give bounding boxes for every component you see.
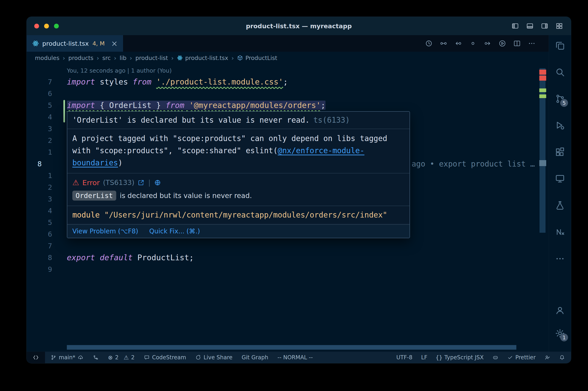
activity-more[interactable] (555, 253, 565, 264)
error-icon: ⚠ (72, 178, 79, 187)
tab-bar: product-list.tsx 4, M × (27, 35, 549, 52)
layout-grid-button[interactable] (555, 22, 563, 30)
breadcrumb-item[interactable]: lib (120, 55, 127, 61)
status-language[interactable]: {}TypeScript JSX (436, 354, 484, 361)
activity-extensions[interactable] (555, 147, 565, 157)
more-button[interactable] (528, 39, 536, 48)
tab-dirty-badge: 4, M (92, 40, 104, 47)
titlebar-actions (511, 17, 563, 35)
code-line-content (52, 182, 67, 193)
code-line[interactable]: 5import { OrderList } from '@myreactapp/… (27, 99, 549, 111)
compare-changes-button[interactable] (439, 39, 448, 48)
line-number: 2 (27, 135, 52, 146)
module-path: "/Users/juri/nrwl/content/myreactapp/mod… (104, 210, 387, 219)
run-button[interactable] (498, 39, 506, 48)
line-number: 1 (27, 170, 52, 182)
breadcrumb: modules›products›src›lib›product-list›pr… (27, 52, 549, 64)
activity-explorer[interactable] (555, 40, 565, 51)
panel-bottom-button[interactable] (526, 22, 534, 30)
code-line-content (52, 228, 67, 240)
activity-search[interactable] (555, 67, 565, 77)
diagnostic-message: 'OrderList' is declared but its value is… (72, 115, 310, 124)
close-icon[interactable]: × (111, 39, 118, 47)
panel-left-button[interactable] (511, 22, 519, 30)
breadcrumb-item[interactable]: modules (35, 55, 60, 61)
status-notifications[interactable] (559, 355, 565, 360)
line-number: 8 (27, 158, 52, 170)
code-line[interactable]: 6 (27, 88, 549, 99)
quick-fix-action[interactable]: Quick Fix... (⌘.) (149, 227, 200, 235)
line-number: 8 (27, 252, 52, 264)
chevron-right-icon: › (114, 54, 116, 62)
status-prettier[interactable]: Prettier (507, 354, 536, 361)
activity-nx-console[interactable] (555, 227, 565, 237)
status-copilot[interactable] (493, 355, 499, 360)
cloud-upload-icon (78, 355, 84, 360)
status-remote[interactable] (27, 352, 45, 363)
git-codelens[interactable]: You, 12 seconds ago | 1 author (You) (67, 64, 549, 76)
minimize-window-button[interactable] (44, 24, 49, 28)
open-external-icon[interactable] (138, 179, 145, 186)
code-line-content (52, 193, 67, 205)
line-number: 2 (27, 182, 52, 193)
tab-product-list[interactable]: product-list.tsx 4, M × (27, 35, 123, 52)
timeline-button[interactable] (425, 39, 433, 48)
activity-settings[interactable]: 1 (555, 328, 565, 339)
line-number: 3 (27, 193, 52, 205)
status-git-branch[interactable]: main* (51, 354, 84, 361)
chevron-right-icon: › (232, 54, 234, 62)
error-code: (TS6133) (103, 179, 134, 187)
status-encoding[interactable]: UTF-8 (396, 354, 412, 361)
code-line-content (52, 135, 67, 146)
open-change-button[interactable] (469, 39, 477, 48)
react-icon (32, 40, 39, 47)
split-editor-button[interactable] (513, 39, 521, 48)
panel-right-button[interactable] (541, 22, 549, 30)
status-live-share[interactable]: Live Share (195, 354, 233, 361)
code-line[interactable]: 7import styles from './product-list.modu… (27, 76, 549, 88)
vertical-scrollbar[interactable] (540, 68, 546, 233)
breadcrumb-item[interactable]: ProductList (237, 55, 277, 61)
close-window-button[interactable] (34, 24, 39, 28)
status-eol[interactable]: LF (421, 354, 427, 361)
breadcrumb-item[interactable]: src (102, 55, 111, 61)
status-compare-branch[interactable] (93, 355, 99, 360)
branch-icon (51, 355, 57, 360)
activity-run-debug[interactable] (555, 120, 565, 131)
bell-icon (559, 355, 565, 360)
code-line-content (52, 146, 67, 158)
status-feedback[interactable] (544, 355, 550, 360)
status-git-graph[interactable]: Git Graph (242, 354, 268, 361)
code-line-content (52, 158, 67, 170)
status-codestream[interactable]: CodeStream (144, 354, 186, 361)
zoom-window-button[interactable] (54, 24, 59, 28)
breadcrumb-item[interactable]: products (69, 55, 93, 61)
editor[interactable]: You, 12 seconds ago | 1 author (You) 7im… (27, 64, 549, 352)
status-problems[interactable]: ⊗2⚠2 (108, 354, 135, 361)
view-problem-action[interactable]: View Problem (⌥F8) (72, 227, 138, 235)
breadcrumb-item[interactable]: product-list.tsx (177, 55, 228, 61)
prev-change-button[interactable] (454, 39, 462, 48)
tab-label: product-list.tsx (42, 40, 89, 47)
window-controls (34, 17, 59, 35)
code-line-content (52, 205, 67, 217)
code-line[interactable]: 9 (27, 264, 549, 275)
activity-account[interactable] (555, 305, 565, 316)
gutter-change-indicator (63, 100, 65, 122)
inline-git-blame: ago • export product list … (412, 158, 535, 170)
react-icon (177, 55, 183, 61)
horizontal-scrollbar[interactable] (67, 345, 516, 350)
line-number: 3 (27, 123, 52, 135)
activity-testing[interactable] (555, 200, 565, 211)
diagnostic-code: ts(6133) (313, 115, 350, 124)
globe-icon[interactable] (154, 179, 161, 186)
activity-remote-explorer[interactable] (555, 174, 565, 184)
status-vim-mode[interactable]: -- NORMAL -- (277, 354, 313, 361)
code-line-content (52, 240, 67, 252)
next-change-button[interactable] (484, 39, 492, 48)
code-line[interactable]: 8export default ProductList; (27, 252, 549, 264)
code-line[interactable]: 7 (27, 240, 549, 252)
chevron-right-icon: › (130, 54, 132, 62)
activity-source-control[interactable]: 5 (555, 94, 565, 104)
breadcrumb-item[interactable]: product-list (135, 55, 168, 61)
